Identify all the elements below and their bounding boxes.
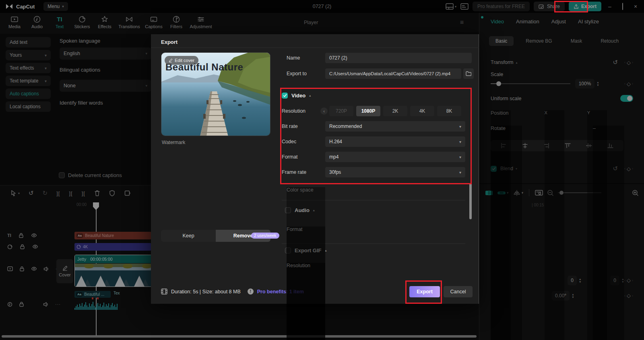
cover-preview[interactable]: Beautiful Nature Edit cover xyxy=(161,52,270,136)
annotation-titlebar-export xyxy=(554,1,588,12)
remove-uses-badge: 2 uses/week xyxy=(251,233,279,239)
browse-folder-button[interactable] xyxy=(463,68,474,79)
name-label: Name xyxy=(287,55,300,61)
annotation-dialog-export xyxy=(405,280,442,304)
dialog-scrollbar[interactable] xyxy=(469,183,472,219)
watermark-segmented-control: Keep Remove 2 uses/week xyxy=(161,230,270,242)
export-meta: Duration: 5s | Size: about 8 MB xyxy=(171,289,241,295)
edit-cover-button[interactable]: Edit cover xyxy=(165,56,198,65)
dialog-title: Export xyxy=(161,39,178,45)
edit-pencil-icon xyxy=(169,58,173,62)
watermark-label: Watermark xyxy=(162,140,185,145)
collapse-icon[interactable]: ▴ xyxy=(325,249,326,252)
export-to-label: Export to xyxy=(287,71,307,76)
dialog-cancel-button[interactable]: Cancel xyxy=(444,286,473,297)
export-to-input[interactable]: C:/Users/Usman/AppData/Local/CapCut/Vide… xyxy=(325,68,461,79)
capcut-window: CapCut Menu ▾ 0727 (2) ▾ Pro features fo… xyxy=(0,0,644,340)
watermark-keep-button[interactable]: Keep xyxy=(161,230,216,242)
gif-resolution-label: Resolution xyxy=(287,263,325,340)
info-icon[interactable]: ! xyxy=(248,288,254,295)
folder-icon xyxy=(466,71,471,76)
annotation-video-settings xyxy=(280,88,472,184)
film-icon xyxy=(161,288,167,295)
name-input[interactable]: 0727 (2) xyxy=(325,53,472,63)
